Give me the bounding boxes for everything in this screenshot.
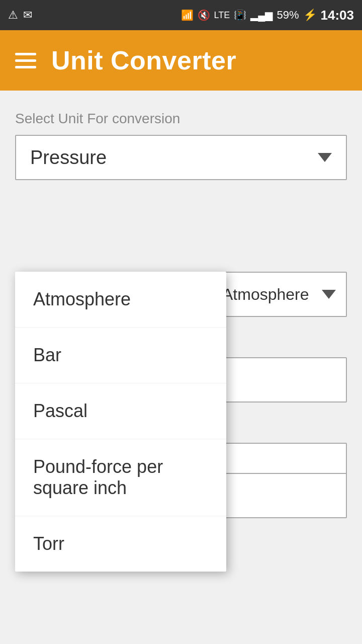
hamburger-line: [15, 66, 36, 68]
battery-percent: 59%: [277, 9, 299, 22]
menu-button[interactable]: [15, 53, 36, 68]
unit-options-dropdown: Atmosphere Bar Pascal Pound-force per sq…: [15, 272, 226, 572]
mute-icon: 🔇: [198, 9, 210, 21]
battery-icon: ⚡: [303, 9, 317, 22]
unit-type-value: Pressure: [30, 147, 107, 169]
dropdown-item-torr[interactable]: Torr: [15, 516, 226, 572]
unit-type-dropdown-arrow: [318, 153, 332, 162]
dropdown-item-pascal[interactable]: Pascal: [15, 383, 226, 439]
warning-icon: ⚠: [8, 9, 18, 22]
signal-bars-icon: ▂▄▆: [250, 9, 273, 21]
unit-type-dropdown[interactable]: Pressure: [15, 135, 347, 180]
select-unit-label: Select Unit For conversion: [15, 111, 347, 127]
dropdown-item-atmosphere[interactable]: Atmosphere: [15, 272, 226, 328]
unit-from-value: Atmosphere: [222, 285, 309, 304]
bluetooth-icon: 📶: [181, 9, 194, 21]
hamburger-line: [15, 59, 36, 62]
status-bar: ⚠ ✉ 📶 🔇 LTE 📳 ▂▄▆ 59% ⚡ 14:03: [0, 0, 362, 30]
status-left-icons: ⚠ ✉: [8, 9, 32, 22]
dropdown-item-psi[interactable]: Pound-force per square inch: [15, 439, 226, 516]
unit-from-dropdown-arrow: [322, 290, 336, 299]
dropdown-item-bar[interactable]: Bar: [15, 328, 226, 383]
app-title: Unit Converter: [51, 45, 236, 75]
mail-icon: ✉: [23, 9, 32, 22]
status-time: 14:03: [321, 8, 354, 23]
app-bar: Unit Converter: [0, 30, 362, 91]
value-input-1[interactable]: [211, 357, 347, 403]
unit-from-dropdown[interactable]: Atmosphere: [211, 272, 347, 317]
main-content: Select Unit For conversion Pressure Atmo…: [0, 91, 362, 195]
status-right-icons: 📶 🔇 LTE 📳 ▂▄▆ 59% ⚡ 14:03: [181, 8, 354, 23]
sim-icon: 📳: [234, 9, 246, 21]
lte-icon: LTE: [214, 10, 230, 21]
hamburger-line: [15, 53, 36, 55]
